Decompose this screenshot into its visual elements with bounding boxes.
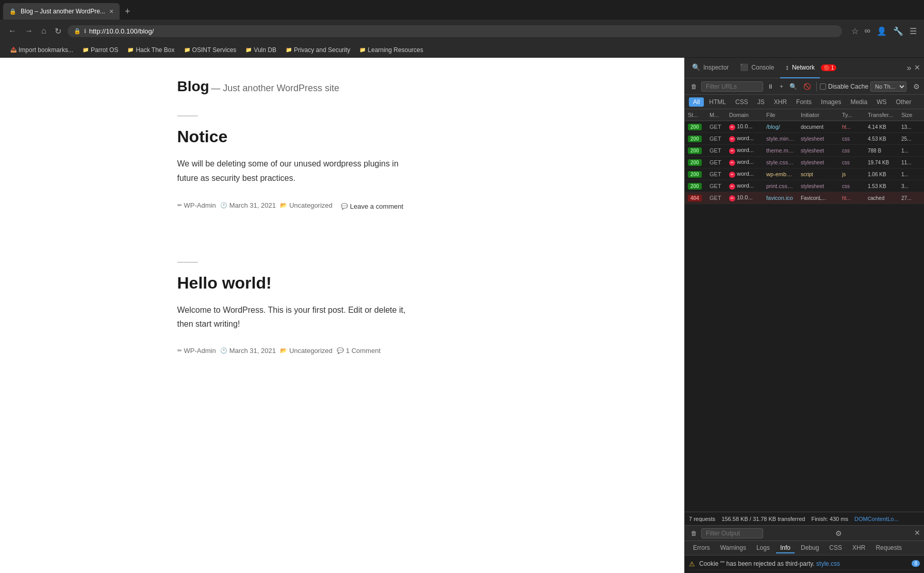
- tab-close-button[interactable]: ×: [109, 7, 113, 15]
- filter-all[interactable]: All: [689, 97, 704, 107]
- console-settings-icon[interactable]: ⚙: [835, 529, 842, 537]
- bookmark-star-icon[interactable]: ☆: [850, 25, 860, 37]
- post-comments-hello: 💬 1 Comment: [337, 347, 381, 355]
- bookmark-parrot[interactable]: 📁 Parrot OS: [78, 45, 122, 55]
- col-header-size[interactable]: Size: [898, 111, 924, 119]
- new-tab-button[interactable]: +: [122, 6, 134, 17]
- network-row-3[interactable]: 200 GET ✏word... theme.min.css?ver=5.0.1…: [685, 145, 924, 157]
- bookmark-osint[interactable]: 📁 OSINT Services: [180, 45, 241, 55]
- throttle-select[interactable]: No Th...: [870, 81, 906, 92]
- post-title-notice: Notice: [177, 127, 507, 146]
- pause-recording-button[interactable]: ⏸: [765, 82, 776, 91]
- network-settings-icon[interactable]: ⚙: [913, 82, 920, 91]
- ctab-errors[interactable]: Errors: [689, 543, 714, 553]
- menu-icon[interactable]: ☰: [909, 25, 918, 37]
- network-row-6[interactable]: 200 GET ✏word... print.css?ver=1.2 style…: [685, 180, 924, 192]
- block-request-button[interactable]: 🚫: [801, 82, 813, 91]
- bookmark-learning[interactable]: 📁 Learning Resources: [355, 45, 427, 55]
- ctab-warnings[interactable]: Warnings: [716, 543, 750, 553]
- col-header-initiator[interactable]: Initiator: [798, 111, 839, 119]
- row4-file: style.css?ver=1.2: [763, 158, 798, 166]
- row4-domain-icon: ✏: [729, 160, 735, 166]
- home-button[interactable]: ⌂: [39, 25, 48, 37]
- filter-xhr[interactable]: XHR: [770, 97, 791, 107]
- inspector-label: Inspector: [703, 64, 729, 71]
- user-avatar-icon[interactable]: 👤: [876, 25, 888, 37]
- tab-inspector[interactable]: 🔍 Inspector: [687, 58, 734, 78]
- row1-transfer: 4.14 KB: [865, 123, 898, 131]
- add-filter-button[interactable]: +: [778, 82, 785, 91]
- filter-css[interactable]: CSS: [731, 97, 752, 107]
- url-input[interactable]: [89, 27, 836, 35]
- disable-cache-checkbox[interactable]: Disable Cache: [820, 83, 868, 90]
- bookmark-import[interactable]: 📥 Import bookmarks...: [6, 45, 77, 55]
- filter-html[interactable]: HTML: [705, 97, 730, 107]
- row7-transfer: cached: [865, 194, 898, 202]
- network-row-2[interactable]: 200 GET ✏word... style.min.css?ver=5.0.1…: [685, 133, 924, 145]
- row1-method: GET: [706, 123, 726, 131]
- post-category-notice: 📂 Uncategorized: [280, 201, 333, 209]
- row2-domain-icon: ✏: [729, 136, 735, 142]
- filter-output-input[interactable]: [701, 528, 763, 538]
- bookmark-vuln[interactable]: 📁 Vuln DB: [241, 45, 280, 55]
- ctab-css[interactable]: CSS: [825, 543, 846, 553]
- filter-urls-input[interactable]: [701, 81, 763, 92]
- col-header-status[interactable]: St...: [685, 111, 706, 119]
- pocket-icon[interactable]: ∞: [864, 25, 871, 37]
- row3-domain-icon: ✏: [729, 148, 735, 154]
- folder-icon-osint: 📁: [184, 47, 190, 53]
- col-header-method[interactable]: M...: [706, 111, 726, 119]
- active-tab[interactable]: 🔒 Blog – Just another WordPre... ×: [3, 3, 120, 20]
- filter-ws[interactable]: WS: [872, 97, 890, 107]
- filter-js[interactable]: JS: [753, 97, 769, 107]
- bookmark-htb[interactable]: 📁 Hack The Box: [123, 45, 178, 55]
- wrench-icon[interactable]: 🔧: [892, 25, 904, 37]
- post-comment-link-notice[interactable]: 💬 Leave a comment: [341, 203, 403, 210]
- leave-comment-link[interactable]: Leave a comment: [350, 203, 403, 210]
- col-header-domain[interactable]: Domain: [726, 111, 763, 119]
- network-filter-tabs: All HTML CSS JS XHR Fonts Images Media W…: [685, 95, 924, 109]
- ctab-info[interactable]: Info: [776, 543, 795, 553]
- post-date-hello: 🕐 March 31, 2021: [220, 347, 276, 355]
- network-row-4[interactable]: 200 GET ✏word... style.css?ver=1.2 style…: [685, 157, 924, 168]
- main-area: Blog — Just another WordPress site Notic…: [0, 58, 924, 573]
- post-hello: Hello world! Welcome to WordPress. This …: [177, 262, 507, 375]
- network-row-7[interactable]: 404 GET ✏10.0... favicon.ico FaviconL...…: [685, 192, 924, 204]
- col-header-file[interactable]: File: [763, 111, 798, 119]
- category-icon-notice: 📂: [280, 202, 287, 209]
- devtools-close-button[interactable]: ×: [912, 62, 922, 73]
- post-author-hello: ✏ WP-Admin: [177, 347, 216, 355]
- tab-favicon: 🔒: [9, 8, 16, 15]
- console-close-button[interactable]: ×: [914, 528, 920, 538]
- back-button[interactable]: ←: [6, 25, 19, 37]
- search-network-button[interactable]: 🔍: [787, 82, 799, 91]
- clear-network-button[interactable]: 🗑: [689, 82, 699, 91]
- filter-fonts[interactable]: Fonts: [792, 97, 816, 107]
- console-link[interactable]: style.css: [816, 560, 840, 567]
- filter-media[interactable]: Media: [846, 97, 871, 107]
- network-row-5[interactable]: 200 GET ✏word... wp-embed.min.js?ver=5.0…: [685, 168, 924, 180]
- post-category-hello: 📂 Uncategorized: [280, 347, 333, 355]
- ctab-requests[interactable]: Requests: [871, 543, 906, 553]
- filter-other[interactable]: Other: [892, 97, 915, 107]
- console-message-1: ⚠ Cookie "" has been rejected as third-p…: [689, 559, 920, 570]
- row7-initiator: FaviconL...: [798, 194, 839, 202]
- clear-console-button[interactable]: 🗑: [689, 529, 699, 538]
- ctab-logs[interactable]: Logs: [752, 543, 774, 553]
- filter-images[interactable]: Images: [817, 97, 845, 107]
- col-header-transfer[interactable]: Transfer...: [865, 111, 898, 119]
- tab-console[interactable]: ⬛ Console: [735, 58, 779, 78]
- row2-file: style.min.css?ver=5.0.12: [763, 134, 798, 143]
- devtools-more-button[interactable]: »: [907, 63, 912, 73]
- forward-button[interactable]: →: [23, 25, 35, 37]
- bookmark-privacy[interactable]: 📁 Privacy and Security: [282, 45, 354, 55]
- disable-cache-checkbox-box[interactable]: [820, 83, 826, 90]
- col-header-type[interactable]: Ty...: [839, 111, 865, 119]
- reload-button[interactable]: ↻: [53, 25, 63, 37]
- ctab-debug[interactable]: Debug: [797, 543, 823, 553]
- row5-domain: ✏word...: [726, 170, 763, 179]
- row6-size: 3...: [898, 182, 924, 190]
- network-row-1[interactable]: 200 GET ✏10.0... /blog/ document ht... 4…: [685, 121, 924, 133]
- tab-network[interactable]: ↕ Network: [780, 58, 820, 78]
- ctab-xhr[interactable]: XHR: [848, 543, 869, 553]
